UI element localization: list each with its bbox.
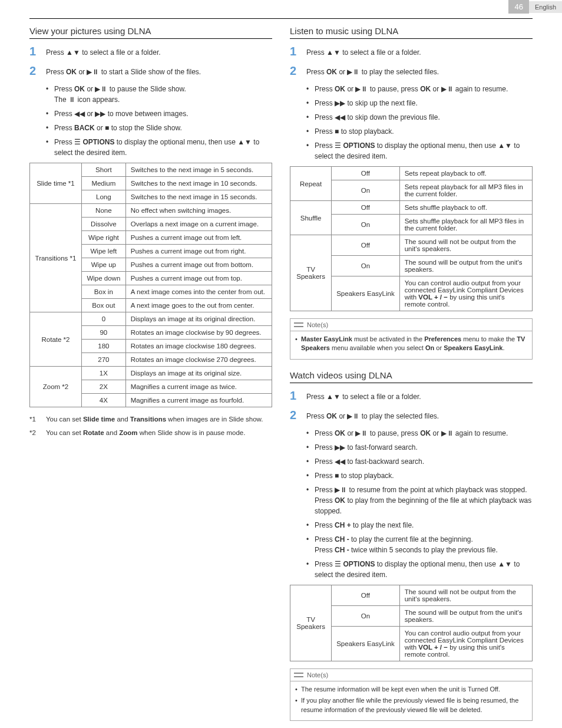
play-pause-icon: ▶⏸ (355, 85, 368, 93)
music-bullets: Press OK or ▶⏸ to pause, press OK or ▶⏸ … (290, 84, 533, 162)
music-note: Note(s) Master EasyLink must be activate… (290, 318, 533, 360)
up-down-icon: ▲▼ (237, 138, 252, 146)
step-number: 1 (29, 45, 46, 58)
forward-icon: ▶▶ (335, 99, 345, 107)
forward-icon: ▶▶ (95, 110, 105, 118)
note-icon (294, 671, 303, 678)
play-pause-icon: ▶⏸ (95, 85, 107, 93)
play-pause-icon: ▶⏸ (347, 412, 359, 420)
step-number: 1 (290, 389, 306, 403)
rewind-icon: ◀◀ (74, 110, 85, 118)
pictures-footnotes: *1You can set Slide time and Transitions… (29, 414, 272, 439)
step-text: Press OK or ▶⏸ to start a Slide show of … (46, 64, 272, 77)
rewind-icon: ◀◀ (335, 113, 345, 121)
note-item: Master EasyLink must be activated in the… (295, 335, 527, 353)
play-pause-icon: ▶⏸ (335, 486, 347, 494)
music-options-table: Repeat OffSets repeat playback to off. O… (290, 166, 533, 311)
step-number: 2 (290, 64, 306, 78)
pictures-steps: 1 Press ▲▼ to select a file or a folder.… (29, 45, 272, 78)
options-key-icon: ☰ (335, 560, 341, 568)
note-item: The resume information will be kept even… (295, 685, 527, 694)
play-pause-icon: ▶⏸ (347, 68, 359, 76)
up-down-icon: ▲▼ (498, 560, 512, 568)
list-item: Press ◀◀ to skip down the previous file. (306, 112, 533, 123)
list-item: Press OK or ▶⏸ to pause, press OK or ▶⏸ … (306, 428, 533, 439)
list-item: Press CH + to play the next file. (306, 520, 533, 531)
list-item: Press ☰ OPTIONS to display the optional … (46, 137, 272, 158)
video-options-table: TV Speakers OffThe sound will not be out… (290, 585, 533, 661)
play-pause-icon: ▶⏸ (441, 85, 454, 93)
video-bullets: Press OK or ▶⏸ to pause, press OK or ▶⏸ … (290, 428, 533, 580)
step-text: Press OK or ▶⏸ to play the selected file… (306, 64, 533, 77)
list-item: Press ■ to stop playback. (306, 126, 533, 137)
list-item: Press ☰ OPTIONS to display the optional … (306, 140, 533, 162)
page-number: 46 (508, 0, 528, 14)
list-item: Press ■ to stop playback. (306, 470, 533, 481)
header-rule (29, 18, 533, 19)
up-down-icon: ▲▼ (326, 393, 340, 401)
list-item: Press ▶⏸ to resume from the point at whi… (306, 485, 533, 516)
list-item: Press ◀◀ or ▶▶ to move between images. (46, 108, 272, 119)
play-pause-icon: ▶⏸ (355, 429, 368, 437)
video-steps: 1 Press ▲▼ to select a file or a folder.… (290, 389, 533, 422)
stop-icon: ■ (335, 127, 339, 136)
play-pause-icon: ▶⏸ (441, 429, 454, 437)
step-number: 1 (290, 45, 306, 58)
video-title: Watch videos using DLNA (290, 370, 533, 383)
video-note: Note(s) The resume information will be k… (290, 668, 533, 721)
options-key-icon: ☰ (335, 141, 341, 150)
pictures-options-table: Slide time *1 ShortSwitches to the next … (29, 163, 272, 407)
list-item: Press OK or ▶⏸ to pause, press OK or ▶⏸ … (306, 84, 533, 94)
up-down-icon: ▲▼ (498, 141, 512, 150)
pause-icon: ⏸ (68, 95, 75, 104)
music-title: Listen to music using DLNA (290, 26, 533, 39)
list-item: Press BACK or ■ to stop the Slide show. (46, 123, 272, 133)
step-number: 2 (29, 64, 46, 78)
stop-icon: ■ (105, 124, 109, 132)
step-text: Press ▲▼ to select a file or a folder. (46, 45, 272, 58)
list-item: Press ▶▶ to skip up the next file. (306, 98, 533, 108)
step-text: Press ▲▼ to select a file or a folder. (306, 45, 533, 58)
step-text: Press ▲▼ to select a file or a folder. (306, 389, 533, 402)
list-item: Press OK or ▶⏸ to pause the Slide show.T… (46, 84, 272, 105)
pictures-title: View your pictures using DLNA (29, 26, 272, 39)
list-item: Press CH - to play the current file at t… (306, 534, 533, 555)
pictures-bullets: Press OK or ▶⏸ to pause the Slide show.T… (29, 84, 272, 158)
stop-icon: ■ (335, 472, 339, 480)
right-column: Listen to music using DLNA 1 Press ▲▼ to… (290, 26, 533, 728)
page-header: 46 English (0, 0, 562, 14)
note-item: If you play another file while the previ… (295, 696, 527, 714)
play-pause-icon: ▶⏸ (87, 68, 99, 76)
music-steps: 1 Press ▲▼ to select a file or a folder.… (290, 45, 533, 78)
step-text: Press OK or ▶⏸ to play the selected file… (306, 409, 533, 421)
rewind-icon: ◀◀ (335, 457, 345, 466)
list-item: Press ▶▶ to fast-forward search. (306, 442, 533, 453)
list-item: Press ☰ OPTIONS to display the optional … (306, 559, 533, 580)
forward-icon: ▶▶ (335, 443, 345, 452)
note-icon (294, 321, 303, 328)
left-column: View your pictures using DLNA 1 Press ▲▼… (29, 26, 272, 728)
up-down-icon: ▲▼ (66, 48, 80, 57)
step-number: 2 (290, 409, 306, 422)
up-down-icon: ▲▼ (326, 48, 340, 57)
language-label: English (529, 1, 562, 13)
options-key-icon: ☰ (74, 138, 81, 146)
list-item: Press ◀◀ to fast-backward search. (306, 456, 533, 467)
